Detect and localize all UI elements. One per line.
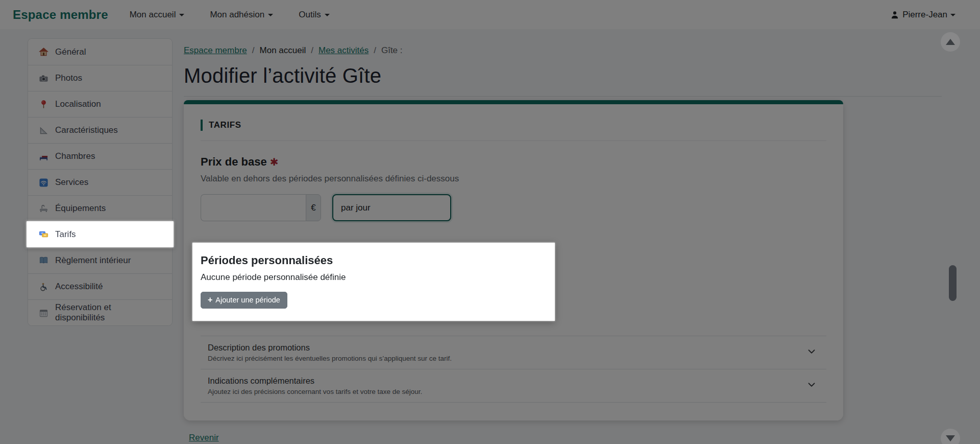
scroll-down-button[interactable]	[941, 429, 960, 444]
banknotes-icon	[38, 229, 48, 240]
scrollbar-thumb[interactable]	[949, 265, 957, 301]
sidebar-item-tarifs[interactable]: Tarifs	[27, 221, 174, 247]
scroll-up-button[interactable]	[941, 32, 960, 52]
custom-periods-section: Périodes personnalisées Aucune période p…	[192, 243, 555, 321]
plus-icon: +	[208, 296, 212, 303]
custom-periods-title: Périodes personnalisées	[201, 254, 547, 267]
add-period-button-label: Ajouter une période	[215, 296, 280, 304]
custom-periods-empty-text: Aucune période personnalisée définie	[201, 272, 547, 283]
triangle-up-icon	[946, 39, 955, 45]
sidebar-item-label: Tarifs	[55, 229, 76, 240]
triangle-down-icon	[946, 435, 955, 441]
add-period-button[interactable]: + Ajouter une période	[201, 292, 287, 309]
